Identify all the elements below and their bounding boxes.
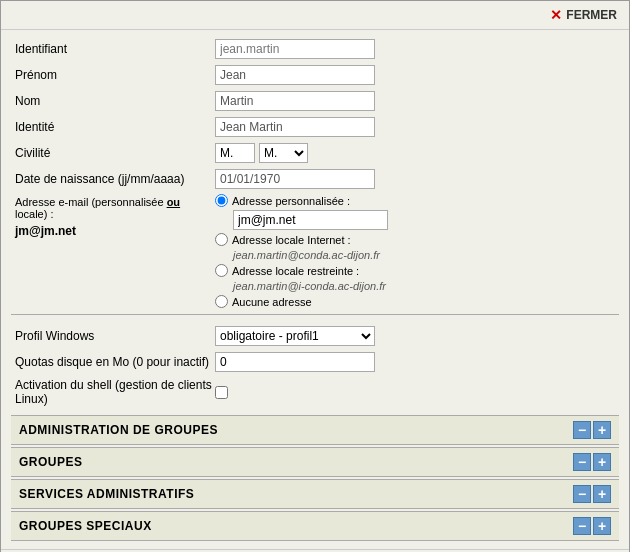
section-bar-3: GROUPES SPECIAUX−+ (11, 511, 619, 541)
radio-internet-row: Adresse locale Internet : (215, 233, 615, 246)
identite-input[interactable] (215, 117, 375, 137)
radio-perso-row: Adresse personnalisée : (215, 194, 615, 207)
email-internet-value: jean.martin@conda.ac-dijon.fr (233, 249, 615, 261)
section-title-1: GROUPES (19, 455, 83, 469)
profil-select[interactable]: obligatoire - profil1 (215, 326, 375, 346)
datenaissance-row: Date de naissance (jj/mm/aaaa) (11, 166, 619, 192)
datenaissance-label: Date de naissance (jj/mm/aaaa) (11, 166, 211, 192)
datenaissance-input[interactable] (215, 169, 375, 189)
civilite-dropdown[interactable]: M. Mme (259, 143, 308, 163)
section-minus-3[interactable]: − (573, 517, 591, 535)
email-right: Adresse personnalisée : Adresse locale I… (211, 192, 619, 310)
section-bars: ADMINISTRATION DE GROUPES−+GROUPES−+SERV… (11, 415, 619, 541)
profil-label: Profil Windows (15, 329, 215, 343)
quotas-row: Quotas disque en Mo (0 pour inactif) (11, 349, 619, 375)
close-button[interactable]: ✕ FERMER (544, 5, 623, 25)
prenom-input[interactable] (215, 65, 375, 85)
nom-row: Nom (11, 88, 619, 114)
close-icon: ✕ (550, 7, 562, 23)
quotas-input[interactable] (215, 352, 375, 372)
shell-checkbox[interactable] (215, 386, 228, 399)
identite-row: Identité (11, 114, 619, 140)
shell-label: Activation du shell (gestion de clients … (15, 378, 215, 406)
section-bar-1: GROUPES−+ (11, 447, 619, 477)
section-bar-0: ADMINISTRATION DE GROUPES−+ (11, 415, 619, 445)
section-title-2: SERVICES ADMINISTRATIFS (19, 487, 194, 501)
shell-row: Activation du shell (gestion de clients … (11, 375, 619, 409)
ou-label: ou (167, 196, 180, 208)
form-table: Identifiant Prénom Nom Identité (11, 36, 619, 192)
section-bar-2: SERVICES ADMINISTRATIFS−+ (11, 479, 619, 509)
radio-internet-label: Adresse locale Internet : (232, 234, 351, 246)
prenom-label: Prénom (11, 62, 211, 88)
form-content: Identifiant Prénom Nom Identité (1, 30, 629, 549)
radio-restreinte-row: Adresse locale restreinte : (215, 264, 615, 277)
nom-input[interactable] (215, 91, 375, 111)
identifiant-label: Identifiant (11, 36, 211, 62)
email-restreinte-value: jean.martin@i-conda.ac-dijon.fr (233, 280, 615, 292)
radio-restreinte-label: Adresse locale restreinte : (232, 265, 359, 277)
email-section-label: Adresse e-mail (personnalisée ou locale)… (15, 196, 207, 220)
email-left: Adresse e-mail (personnalisée ou locale)… (11, 192, 211, 310)
radio-restreinte[interactable] (215, 264, 228, 277)
quotas-label: Quotas disque en Mo (0 pour inactif) (15, 355, 215, 369)
close-label: FERMER (566, 8, 617, 22)
identifiant-row: Identifiant (11, 36, 619, 62)
radio-perso-label: Adresse personnalisée : (232, 195, 350, 207)
civilite-input[interactable] (215, 143, 255, 163)
identifiant-input[interactable] (215, 39, 375, 59)
radio-aucune[interactable] (215, 295, 228, 308)
section-minus-2[interactable]: − (573, 485, 591, 503)
section-title-0: ADMINISTRATION DE GROUPES (19, 423, 218, 437)
section-plus-0[interactable]: + (593, 421, 611, 439)
section-plus-2[interactable]: + (593, 485, 611, 503)
profil-row: Profil Windows obligatoire - profil1 (11, 323, 619, 349)
email-section: Adresse e-mail (personnalisée ou locale)… (11, 192, 619, 310)
radio-aucune-row: Aucune adresse (215, 295, 615, 308)
main-window: ✕ FERMER Identifiant Prénom Nom (0, 0, 630, 552)
section-minus-0[interactable]: − (573, 421, 591, 439)
nom-label: Nom (11, 88, 211, 114)
radio-internet[interactable] (215, 233, 228, 246)
identite-label: Identité (11, 114, 211, 140)
civilite-label: Civilité (11, 140, 211, 166)
section-title-3: GROUPES SPECIAUX (19, 519, 152, 533)
radio-perso[interactable] (215, 194, 228, 207)
email-perso-input[interactable] (233, 210, 388, 230)
section-plus-3[interactable]: + (593, 517, 611, 535)
title-bar: ✕ FERMER (1, 1, 629, 30)
section-plus-1[interactable]: + (593, 453, 611, 471)
email-display: jm@jm.net (15, 224, 207, 238)
prenom-row: Prénom (11, 62, 619, 88)
civilite-row: Civilité M. Mme (11, 140, 619, 166)
profile-section: Profil Windows obligatoire - profil1 Quo… (11, 319, 619, 413)
radio-aucune-label: Aucune adresse (232, 296, 312, 308)
section-minus-1[interactable]: − (573, 453, 591, 471)
